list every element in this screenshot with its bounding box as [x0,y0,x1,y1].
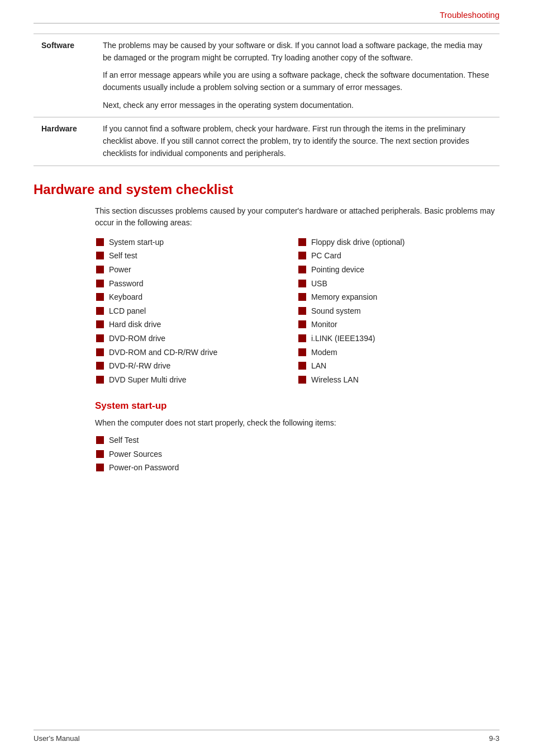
bullet-icon [95,280,105,287]
bullet-icon [297,238,307,246]
bullet-columns: System start-upSelf testPowerPasswordKey… [95,237,499,389]
def-term: Software [34,34,95,117]
svg-rect-5 [96,307,104,315]
bullet-text: Modem [311,347,337,358]
bullet-item: DVD-R/-RW drive [95,361,297,372]
bullet-icon [297,252,307,259]
bullet-text: Sound system [311,306,361,317]
bullet-item: USB [297,278,499,290]
svg-rect-16 [298,307,306,315]
startup-bullet-text: Self Test [109,435,139,446]
bullet-item: System start-up [95,237,297,248]
def-paragraph: Next, check any error messages in the op… [103,100,492,112]
bullet-text: Password [109,278,143,290]
footer-right: 9-3 [489,734,499,743]
bullet-text: Hard disk drive [109,319,161,330]
bullet-icon [95,436,105,444]
bullet-text: Pointing device [311,264,364,276]
bullet-icon [297,348,307,356]
svg-rect-9 [96,362,104,370]
def-desc: If you cannot find a software problem, c… [95,117,499,166]
bullet-text: DVD-R/-RW drive [109,361,170,372]
svg-rect-8 [96,348,104,356]
bullet-icon [297,307,307,315]
page-title: Troubleshooting [440,10,499,20]
bullet-icon [95,376,105,384]
svg-rect-7 [96,334,104,342]
bullet-icon [95,238,105,246]
bullet-text: Keyboard [109,292,142,303]
svg-rect-4 [96,293,104,301]
startup-bullet-text: Power-on Password [109,462,179,474]
bullet-item: Pointing device [297,264,499,276]
bullet-text: LAN [311,361,326,372]
bullet-text: DVD-ROM and CD-R/RW drive [109,347,217,358]
svg-rect-3 [96,280,104,287]
svg-rect-19 [298,348,306,356]
bullet-icon [95,320,105,328]
system-startup-intro: When the computer does not start properl… [95,417,499,429]
bullet-icon [95,307,105,315]
bullet-icon [297,334,307,342]
svg-rect-6 [96,320,104,328]
bullet-item: PC Card [297,251,499,262]
svg-rect-18 [298,334,306,342]
bullet-item: DVD-ROM and CD-R/RW drive [95,347,297,358]
svg-rect-20 [298,362,306,370]
definition-row: SoftwareThe problems may be caused by yo… [34,34,499,117]
section-heading: Hardware and system checklist [34,182,499,197]
bullet-icon [95,348,105,356]
bullet-icon [297,280,307,287]
startup-bullet-item: Self Test [95,435,499,446]
svg-rect-21 [298,376,306,384]
bullet-text: Wireless LAN [311,375,359,386]
svg-rect-23 [96,450,104,458]
svg-rect-17 [298,320,306,328]
svg-rect-0 [96,238,104,246]
bullet-item: i.LINK (IEEE1394) [297,333,499,344]
bullet-item: Hard disk drive [95,319,297,330]
startup-bullet-item: Power Sources [95,449,499,460]
bullet-icon [95,266,105,273]
bullet-item: Sound system [297,306,499,317]
svg-rect-1 [96,252,104,259]
page-header: Troubleshooting [34,0,499,23]
page-container: Troubleshooting SoftwareThe problems may… [0,0,533,756]
bullet-item: Monitor [297,319,499,330]
svg-rect-24 [96,464,104,471]
svg-rect-11 [298,238,306,246]
svg-rect-22 [96,436,104,444]
def-paragraph: If you cannot find a software problem, c… [103,123,492,159]
bullet-text: Floppy disk drive (optional) [311,237,404,248]
bullet-icon [95,252,105,259]
def-term: Hardware [34,117,95,166]
svg-rect-13 [298,266,306,273]
bullet-text: DVD-ROM drive [109,333,165,344]
def-desc: The problems may be caused by your softw… [95,34,499,117]
bullet-icon [95,293,105,301]
bullet-item: Floppy disk drive (optional) [297,237,499,248]
page-footer: User's Manual 9-3 [34,730,499,743]
bullet-text: DVD Super Multi drive [109,375,187,386]
bullet-text: LCD panel [109,306,146,317]
bullet-item: Password [95,278,297,290]
bullet-text: Memory expansion [311,292,377,303]
svg-rect-15 [298,293,306,301]
bullet-icon [297,320,307,328]
svg-rect-14 [298,280,306,287]
def-paragraph: If an error message appears while you ar… [103,69,492,93]
bullet-item: Power [95,264,297,276]
bullet-item: Keyboard [95,292,297,303]
bullet-text: Self test [109,251,137,262]
bullet-text: i.LINK (IEEE1394) [311,333,375,344]
bullet-text: System start-up [109,237,164,248]
bullet-icon [95,334,105,342]
definition-row: HardwareIf you cannot find a software pr… [34,117,499,166]
startup-bullet-text: Power Sources [109,449,162,460]
hardware-intro: This section discusses problems caused b… [95,205,499,229]
bullet-item: Memory expansion [297,292,499,303]
right-bullet-col: Floppy disk drive (optional)PC CardPoint… [297,237,499,389]
bullet-text: Power [109,264,131,276]
bullet-text: Monitor [311,319,337,330]
bullet-icon [297,376,307,384]
